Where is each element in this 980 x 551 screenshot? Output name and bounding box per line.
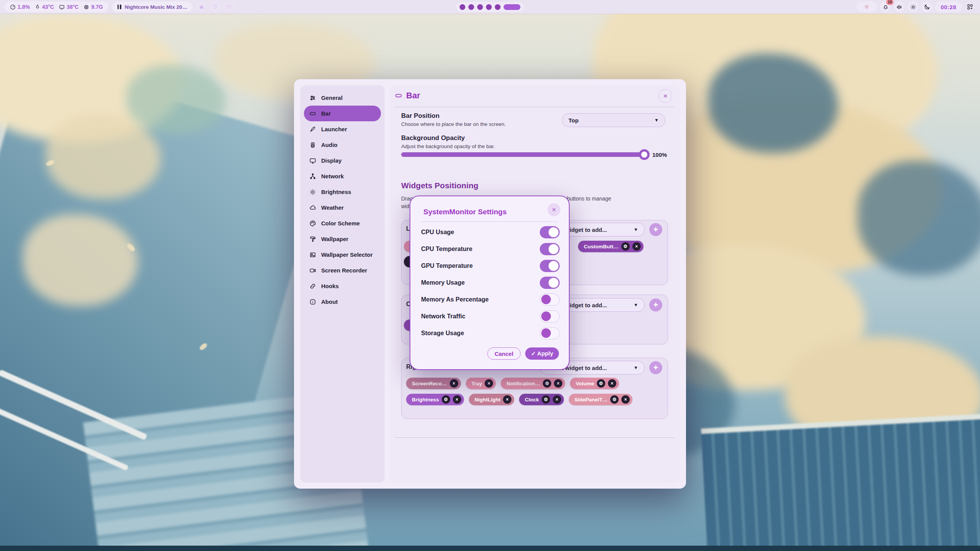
gauge-icon — [10, 4, 16, 10]
sidebar-item-wallpaper-selector[interactable]: Wallpaper Selector — [304, 247, 381, 262]
heart-button[interactable]: ♡ — [224, 2, 234, 12]
widget-chip-tray[interactable]: Tray × — [466, 378, 496, 389]
widget-chip-volume[interactable]: Volume ⚙ × — [570, 378, 619, 389]
close-icon[interactable]: × — [503, 395, 511, 404]
brightness-button[interactable] — [908, 2, 918, 12]
gear-icon[interactable]: ⚙ — [597, 379, 605, 388]
memory-usage-toggle-label: Memory Usage — [421, 279, 465, 286]
gear-icon[interactable]: ⚙ — [442, 395, 450, 404]
widget-chip-clock[interactable]: Clock ⚙ × — [519, 394, 564, 405]
volume-button[interactable] — [894, 2, 905, 12]
dialog-title: SystemMonitor Settings — [423, 208, 506, 216]
sidebar-item-wallpaper[interactable]: Wallpaper — [304, 231, 381, 247]
sidebar-item-hooks[interactable]: Hooks — [304, 278, 381, 294]
widget-chip-notification[interactable]: Notification… ⚙ × — [501, 378, 565, 389]
gear-icon[interactable]: ⚙ — [610, 395, 619, 404]
gpu-temperature-toggle[interactable] — [540, 260, 560, 272]
cancel-button[interactable]: Cancel — [487, 347, 521, 360]
sidebar-item-network[interactable]: Network — [304, 168, 381, 184]
tray-app-button[interactable]: ❋ — [856, 2, 877, 12]
workspace-dot[interactable] — [460, 4, 466, 10]
system-stats-pill[interactable]: 1.8% 43°C 38°C 9.7G — [5, 2, 108, 12]
dashboard-button[interactable] — [965, 2, 975, 12]
right-add-widget-button[interactable]: + — [649, 361, 662, 374]
sidebar-item-audio[interactable]: Audio — [304, 137, 381, 153]
sidebar-item-color-scheme[interactable]: Color Scheme — [304, 215, 381, 231]
sidebar-item-general[interactable]: General — [304, 90, 381, 106]
apply-button[interactable]: ✓ Apply — [525, 347, 559, 360]
bar-position-description: Choose where to place the bar on the scr… — [401, 121, 506, 127]
memory-as-percentage-toggle-label: Memory As Percentage — [421, 296, 488, 303]
workspace-dot[interactable] — [486, 4, 492, 10]
close-icon[interactable]: × — [485, 379, 493, 388]
close-icon[interactable]: × — [450, 379, 458, 388]
window-close-button[interactable]: × — [658, 89, 672, 103]
sidebar-item-about[interactable]: About — [304, 294, 381, 310]
background-opacity-slider[interactable] — [401, 152, 646, 157]
close-icon[interactable]: × — [553, 395, 561, 404]
widget-chip-screen-recorder[interactable]: ScreenReco… × — [406, 378, 461, 389]
bar-position-select[interactable]: Top ▼ — [562, 113, 665, 127]
workspace-dot[interactable] — [477, 4, 483, 10]
gear-icon[interactable]: ⚙ — [542, 395, 550, 404]
close-icon[interactable]: × — [632, 242, 641, 251]
chevron-down-icon: ▼ — [634, 302, 638, 308]
cpu-temp-stat: 43°C — [35, 4, 54, 10]
cpu-usage-toggle[interactable] — [540, 226, 560, 238]
link-icon — [309, 283, 316, 290]
page-title: Bar — [406, 91, 420, 101]
media-player-pill[interactable]: Nightcore Music Mix 20… — [112, 2, 193, 12]
dialog-close-button[interactable]: × — [547, 203, 560, 216]
bar-position-label: Bar Position — [401, 112, 506, 120]
sidebar-item-brightness[interactable]: Brightness — [304, 184, 381, 200]
heart-icon: ♡ — [213, 4, 218, 10]
workspace-indicator[interactable] — [456, 2, 524, 12]
network-traffic-toggle[interactable] — [540, 310, 560, 323]
gpu-temperature-toggle-label: GPU Temperature — [421, 262, 473, 269]
close-icon[interactable]: × — [608, 379, 616, 388]
storage-usage-toggle[interactable] — [540, 327, 560, 339]
skull-button[interactable]: ☠ — [196, 2, 206, 12]
widget-chip-brightness[interactable]: Brightness ⚙ × — [406, 394, 464, 405]
center-add-widget-button[interactable]: + — [649, 298, 662, 311]
memory-as-percentage-toggle[interactable] — [540, 293, 560, 306]
clock[interactable]: 00:28 — [935, 2, 962, 12]
widget-chip-custom-button[interactable]: CustomButt… ⚙ × — [578, 241, 644, 252]
cpu-temperature-toggle[interactable] — [540, 243, 560, 255]
gear-icon[interactable]: ⚙ — [621, 242, 630, 251]
widget-chip-sidepanel[interactable]: SidePanelT… ⚙ × — [569, 394, 632, 405]
plus-icon: + — [653, 300, 658, 310]
sidebar-item-launcher[interactable]: Launcher — [304, 121, 381, 137]
divider — [421, 222, 558, 222]
close-icon: × — [663, 92, 667, 100]
close-icon[interactable]: × — [453, 395, 461, 404]
gear-icon[interactable]: ⚙ — [543, 379, 551, 388]
sun-icon — [309, 189, 316, 196]
settings-sidebar: General Bar Launcher Audio Display Netwo… — [300, 85, 385, 483]
chevron-down-icon: ▼ — [634, 227, 638, 232]
pause-icon — [118, 5, 121, 9]
workspace-dot[interactable] — [495, 4, 501, 10]
close-icon: × — [552, 206, 556, 214]
night-light-button[interactable] — [921, 2, 932, 12]
wallpaper-bottom-edge — [0, 546, 980, 551]
memory-usage-toggle[interactable] — [540, 277, 560, 289]
cpu-temperature-toggle-label: CPU Temperature — [421, 246, 472, 253]
heart-icon: ♡ — [227, 4, 232, 10]
close-icon[interactable]: × — [621, 395, 630, 404]
left-add-widget-button[interactable]: + — [649, 223, 662, 236]
workspace-active-dot[interactable] — [504, 4, 521, 10]
sidebar-item-screen-recorder[interactable]: Screen Recorder — [304, 262, 381, 278]
chevron-down-icon: ▼ — [634, 365, 638, 370]
sidebar-item-display[interactable]: Display — [304, 153, 381, 168]
sidebar-item-weather[interactable]: Weather — [304, 200, 381, 215]
background-opacity-value: 100% — [652, 152, 667, 158]
sidebar-item-bar[interactable]: Bar — [304, 106, 381, 121]
workspace-dot[interactable] — [469, 4, 474, 10]
plus-icon: + — [653, 225, 658, 235]
widget-chip-nightlight[interactable]: NightLight × — [469, 394, 514, 405]
close-icon[interactable]: × — [554, 379, 562, 388]
slider-handle[interactable] — [639, 149, 650, 160]
image-icon — [309, 251, 316, 258]
heart-button[interactable]: ♡ — [210, 2, 220, 12]
